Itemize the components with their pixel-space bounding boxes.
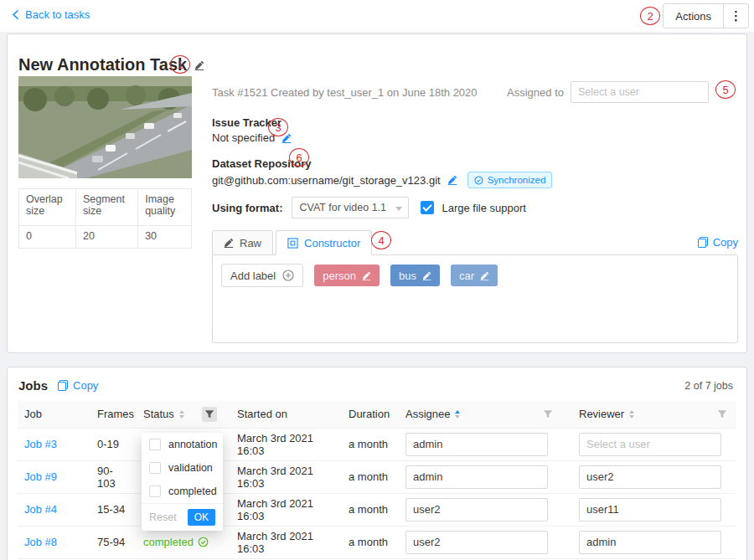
add-label-button[interactable]: Add label xyxy=(221,264,303,287)
reviewer-input[interactable] xyxy=(579,498,721,521)
col-reviewer[interactable]: Reviewer xyxy=(579,408,624,420)
filter-option-completed-label: completed xyxy=(168,486,217,497)
large-file-checkbox[interactable] xyxy=(421,201,434,214)
job-started: March 3rd 2021 16:03 xyxy=(237,465,313,490)
filter-option-annotation-label: annotation xyxy=(168,439,217,450)
back-to-tasks-link[interactable]: Back to tasks xyxy=(12,8,90,21)
label-chip-car[interactable]: car xyxy=(451,265,498,286)
task-info-column: Task #1521 Created by test_user_1 on Jun… xyxy=(212,81,738,343)
col-status[interactable]: Status xyxy=(143,408,174,420)
job-frames: 15-34 xyxy=(97,503,125,516)
filter-option-completed[interactable]: completed xyxy=(142,480,223,503)
sort-icon-status[interactable] xyxy=(179,410,184,419)
label-chip-person-name: person xyxy=(323,270,356,282)
filter-ok-button[interactable]: OK xyxy=(188,509,215,526)
job-started: March 3rd 2021 16:03 xyxy=(237,530,313,555)
copy-jobs-link[interactable]: Copy xyxy=(58,379,98,392)
task-title: New Annotation Task xyxy=(18,55,187,74)
copy-jobs-label: Copy xyxy=(73,379,98,392)
assignee-input[interactable] xyxy=(405,433,548,456)
job-link[interactable]: Job #4 xyxy=(24,503,57,516)
param-value-quality: 30 xyxy=(138,226,192,249)
col-assignee[interactable]: Assignee xyxy=(405,408,450,420)
repository-url[interactable]: git@github.com:username/git_storage_v123… xyxy=(212,174,441,187)
checkbox-validation[interactable] xyxy=(149,462,161,474)
assignee-input[interactable] xyxy=(405,465,548,489)
task-details-card: New Annotation Task xyxy=(7,33,747,353)
filter-icon-status[interactable] xyxy=(202,407,217,422)
job-frames: 90-103 xyxy=(97,465,116,490)
assignee-input[interactable] xyxy=(405,498,548,521)
copy-labels-link[interactable]: Copy xyxy=(698,236,738,249)
job-frames: 0-19 xyxy=(97,438,119,450)
chevron-left-icon xyxy=(12,9,19,20)
assignee-input[interactable] xyxy=(405,531,548,554)
assigned-to-group: Assigned to xyxy=(507,81,709,103)
job-duration: a month xyxy=(349,536,388,548)
plus-circle-icon xyxy=(282,270,294,281)
add-label-text: Add label xyxy=(230,270,276,282)
annotation-marker-2: 2 xyxy=(640,7,660,25)
label-chip-person[interactable]: person xyxy=(314,265,380,286)
annotation-marker-6: 6 xyxy=(289,148,309,167)
reviewer-input[interactable] xyxy=(579,531,721,554)
more-actions-icon[interactable]: ⋮ xyxy=(723,4,748,28)
job-link[interactable]: Job #8 xyxy=(24,536,57,548)
col-job: Job xyxy=(24,408,42,420)
reviewer-input[interactable] xyxy=(579,465,721,489)
checkbox-annotation[interactable] xyxy=(149,439,161,450)
job-link[interactable]: Job #3 xyxy=(24,438,57,450)
label-chip-car-name: car xyxy=(459,270,474,282)
job-duration: a month xyxy=(349,503,388,516)
sort-icon-reviewer[interactable] xyxy=(629,410,634,419)
filter-option-validation-label: validation xyxy=(168,462,213,474)
filter-icon-reviewer[interactable] xyxy=(715,407,730,422)
checkbox-completed[interactable] xyxy=(149,486,161,497)
sync-status-badge: Synchronized xyxy=(467,172,553,188)
check-circle-icon xyxy=(474,176,483,185)
tab-constructor[interactable]: Constructor xyxy=(276,230,372,255)
copy-icon xyxy=(58,380,68,391)
status-filter-dropdown: annotation validation completed Reset OK xyxy=(142,433,223,531)
edit-label-icon[interactable] xyxy=(362,271,371,280)
assigned-to-label: Assigned to xyxy=(507,86,564,99)
job-started: March 3rd 2021 16:03 xyxy=(237,432,313,457)
filter-option-validation[interactable]: validation xyxy=(142,456,223,480)
task-params-table: Overlap size Segment size Image quality … xyxy=(18,188,192,249)
reviewer-input[interactable] xyxy=(579,433,721,456)
filter-reset-button[interactable]: Reset xyxy=(149,511,177,523)
block-icon xyxy=(287,238,298,249)
format-select[interactable]: CVAT for video 1.1 xyxy=(292,197,409,218)
label-chip-bus[interactable]: bus xyxy=(390,265,440,286)
tab-raw[interactable]: Raw xyxy=(212,230,273,255)
job-duration: a month xyxy=(349,470,388,483)
param-value-segment: 20 xyxy=(75,226,137,249)
task-meta: Task #1521 Created by test_user_1 on Jun… xyxy=(212,86,478,99)
assigned-to-input[interactable] xyxy=(571,81,709,103)
param-header-overlap: Overlap size xyxy=(19,189,76,226)
col-duration: Duration xyxy=(349,408,390,420)
param-header-quality: Image quality xyxy=(138,189,192,226)
edit-title-icon[interactable] xyxy=(194,60,204,70)
sort-icon-assignee[interactable] xyxy=(455,410,460,419)
job-link[interactable]: Job #9 xyxy=(24,470,57,483)
actions-button[interactable]: Actions ⋮ xyxy=(663,3,749,28)
jobs-header-row: Job Frames Status Started on xyxy=(18,401,736,428)
edit-repository-icon[interactable] xyxy=(447,175,457,185)
jobs-table: Job Frames Status Started on xyxy=(18,401,736,559)
param-header-segment: Segment size xyxy=(75,189,137,226)
edit-label-icon[interactable] xyxy=(480,271,489,280)
job-status: completed xyxy=(143,536,209,548)
filter-option-annotation[interactable]: annotation xyxy=(142,433,223,456)
tab-raw-label: Raw xyxy=(240,237,261,249)
edit-label-icon[interactable] xyxy=(422,271,431,280)
job-row: Job #9 90-103 March 3rd 2021 16:03 a mon… xyxy=(18,460,736,493)
job-started: March 3rd 2021 16:03 xyxy=(237,497,313,522)
copy-labels-label: Copy xyxy=(713,236,738,249)
sync-status-label: Synchronized xyxy=(488,175,546,185)
filter-icon-assignee[interactable] xyxy=(540,407,555,422)
issue-tracker-value: Not specified xyxy=(212,131,275,144)
pencil-icon xyxy=(224,238,234,248)
actions-button-label[interactable]: Actions xyxy=(664,4,723,28)
param-value-overlap: 0 xyxy=(19,226,76,249)
